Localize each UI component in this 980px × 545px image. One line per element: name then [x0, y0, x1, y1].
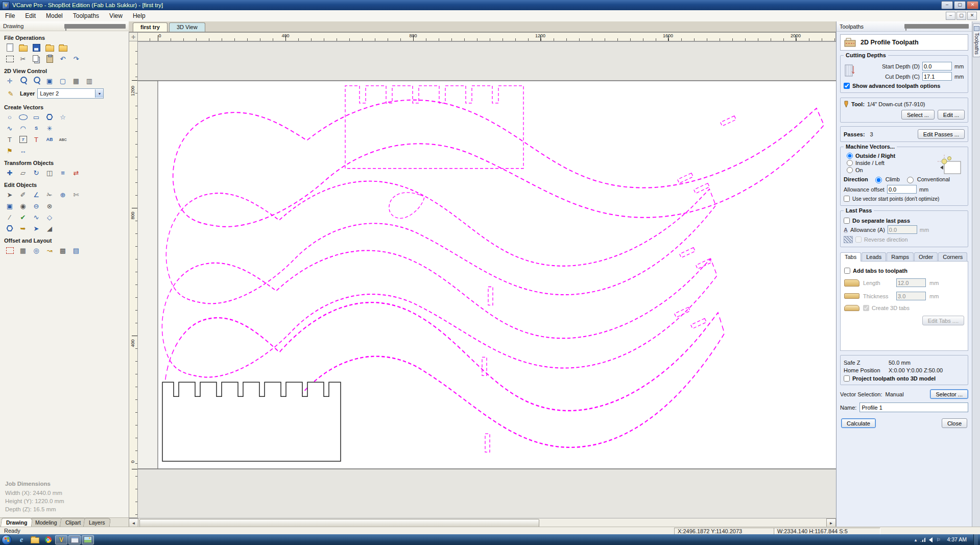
measure-icon[interactable]: ∠: [31, 189, 42, 200]
draw-star-icon[interactable]: ☆: [57, 112, 68, 122]
restore-icon[interactable]: ▢: [954, 1, 966, 9]
export-vectors-icon[interactable]: [57, 42, 68, 53]
taskbar-explorer-icon[interactable]: [29, 535, 41, 544]
tab-tabs[interactable]: Tabs: [840, 252, 861, 262]
advanced-options-row[interactable]: Show advanced toolpath options: [844, 83, 965, 89]
save-file-icon[interactable]: [31, 42, 42, 53]
group-icon[interactable]: ▣: [4, 201, 15, 211]
direction-conventional-radio[interactable]: [907, 177, 914, 183]
document-close-icon[interactable]: ✕: [967, 12, 977, 20]
arrow-tool-icon[interactable]: ➤: [31, 223, 42, 233]
tab-length-input[interactable]: [896, 278, 926, 287]
action-center-icon[interactable]: ⚐: [936, 537, 940, 542]
tab-first-try[interactable]: first try: [133, 22, 168, 32]
tray-show-hidden-icon[interactable]: ▴: [915, 537, 917, 542]
tab-thickness-input[interactable]: [896, 292, 926, 300]
menu-help[interactable]: Help: [128, 11, 151, 20]
select-cursor-icon[interactable]: ➤: [4, 189, 15, 200]
menu-edit[interactable]: Edit: [20, 11, 41, 20]
create-3d-tabs-row[interactable]: Create 3D tabs: [863, 305, 910, 311]
network-icon[interactable]: [920, 537, 925, 542]
distribute-icon[interactable]: ⇄: [70, 168, 82, 178]
tab-drawing[interactable]: Drawing: [1, 518, 33, 527]
calculate-button[interactable]: Calculate: [841, 418, 876, 428]
close-vector-icon[interactable]: ◇: [44, 212, 55, 222]
extend-icon[interactable]: ➥: [17, 223, 29, 233]
draw-spiral-icon[interactable]: ✳: [44, 123, 55, 133]
menu-toolpaths[interactable]: Toolpaths: [68, 11, 104, 20]
draw-text-icon[interactable]: T: [4, 134, 15, 145]
machine-on-radio[interactable]: [847, 167, 853, 173]
rotate-icon[interactable]: ↻: [31, 168, 42, 178]
move-icon[interactable]: ✚: [4, 168, 15, 178]
separate-last-pass-row[interactable]: Do separate last pass: [844, 218, 965, 224]
layer-select[interactable]: Layer 2 ▼: [37, 88, 104, 99]
separate-last-pass-checkbox[interactable]: [844, 218, 850, 224]
project-toolpath-row[interactable]: Project toolpath onto 3D model: [844, 375, 965, 382]
draw-arc-icon[interactable]: ◠: [17, 123, 29, 133]
add-tabs-checkbox[interactable]: [844, 268, 850, 274]
join-vectors-icon[interactable]: ✔: [17, 212, 29, 222]
import-vectors-icon[interactable]: [44, 42, 55, 53]
machine-inside-radio[interactable]: [847, 160, 853, 166]
nesting-icon[interactable]: ▩: [57, 245, 68, 255]
edit-tabs-button[interactable]: Edit Tabs ....: [922, 316, 964, 325]
last-pass-allowance-input[interactable]: [888, 225, 917, 234]
show-desktop-button[interactable]: [973, 534, 978, 545]
align-icon[interactable]: ≡: [57, 168, 68, 178]
layout-icon[interactable]: ▤: [70, 245, 82, 255]
tab-layers[interactable]: Layers: [83, 518, 111, 527]
selector-button[interactable]: Selector ...: [930, 389, 968, 399]
tab-modeling[interactable]: Modeling: [30, 518, 63, 527]
taskbar-clock[interactable]: 4:37 AM: [944, 534, 970, 545]
chamfer-icon[interactable]: ◢: [44, 223, 55, 233]
tab-ramps[interactable]: Ramps: [887, 252, 914, 262]
pan-icon[interactable]: ✛: [4, 76, 15, 86]
taskbar-chrome-icon[interactable]: [42, 535, 54, 544]
grid-icon[interactable]: ▦: [70, 76, 82, 86]
reverse-direction-row[interactable]: Reverse direction: [844, 236, 965, 243]
edit-passes-button[interactable]: Edit Passes ...: [918, 129, 965, 139]
close-icon[interactable]: ✕: [967, 1, 978, 9]
draw-rectangle-icon[interactable]: ▭: [31, 112, 42, 122]
text-on-curve-icon[interactable]: T: [31, 134, 42, 145]
taskbar-app-window-icon[interactable]: [68, 535, 81, 544]
fit-curves-icon[interactable]: ∿: [31, 212, 42, 222]
pin-icon[interactable]: [904, 24, 969, 29]
guides-icon[interactable]: ▥: [84, 76, 95, 86]
dimension-icon[interactable]: ↔: [17, 146, 29, 156]
document-restore-icon[interactable]: ▢: [957, 12, 966, 20]
reverse-direction-checkbox[interactable]: [855, 236, 862, 243]
tab-order[interactable]: Order: [914, 252, 938, 262]
menu-model[interactable]: Model: [41, 11, 68, 20]
draw-curve-icon[interactable]: S: [31, 123, 42, 133]
zoom-selected-icon[interactable]: ▢: [57, 76, 68, 86]
undo-icon[interactable]: ↶: [57, 54, 68, 64]
start-button[interactable]: [2, 535, 12, 545]
scissors-icon[interactable]: ✄: [70, 189, 82, 200]
taskbar-image-viewer-icon[interactable]: [82, 535, 94, 544]
tab-corners[interactable]: Corners: [938, 252, 967, 262]
edit-polygon-icon[interactable]: [4, 223, 15, 233]
node-edit-icon[interactable]: ✐: [17, 189, 29, 200]
advanced-options-checkbox[interactable]: [844, 83, 850, 89]
tool-edit-button[interactable]: Edit ...: [938, 110, 965, 120]
copy-along-vectors-icon[interactable]: ↝: [44, 245, 55, 255]
allowance-offset-input[interactable]: [887, 185, 917, 194]
zoom-window-icon[interactable]: [31, 76, 42, 86]
flag-icon[interactable]: ⚑: [4, 146, 15, 156]
select-all-icon[interactable]: [4, 54, 15, 64]
direction-climb-radio[interactable]: [875, 177, 882, 183]
tab-leads[interactable]: Leads: [862, 252, 886, 262]
zoom-interactive-icon[interactable]: [17, 76, 29, 86]
redo-icon[interactable]: ↷: [70, 54, 82, 64]
draw-polyline-icon[interactable]: ∿: [4, 123, 15, 133]
taskbar-vcarve-icon[interactable]: V: [55, 535, 67, 544]
text-spacing-icon[interactable]: AB: [44, 134, 55, 145]
menu-file[interactable]: File: [0, 11, 20, 20]
canvas-drawing[interactable]: [138, 42, 836, 518]
paste-icon[interactable]: [44, 54, 55, 64]
set-size-icon[interactable]: ▱: [17, 168, 29, 178]
taskbar-browser-icon[interactable]: e: [15, 535, 28, 544]
snap-icon[interactable]: ⊕: [57, 189, 68, 200]
